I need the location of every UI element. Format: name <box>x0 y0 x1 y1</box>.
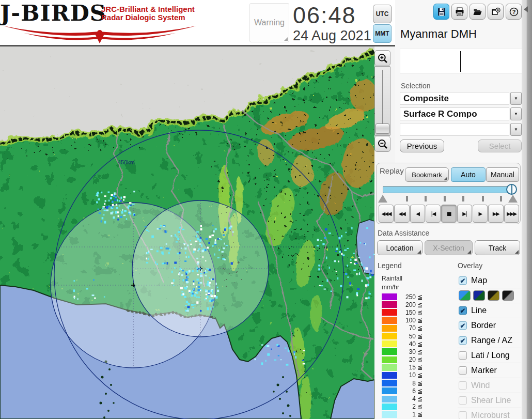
overlay-item-label: Lati / Long <box>471 351 510 360</box>
zoom-slider-handle[interactable] <box>375 123 389 134</box>
x-section-button[interactable]: X-Section <box>425 240 473 255</box>
step-forward-button[interactable]: ▶| <box>457 205 472 223</box>
play-button[interactable]: ▶ <box>473 205 488 223</box>
checkbox-lati-long[interactable] <box>459 351 467 360</box>
overlay-item-line[interactable]: ✔Line <box>458 303 521 318</box>
checkbox-shear-line[interactable] <box>459 396 467 405</box>
app-header: J-BIRDS JRC-Brilliant & Intelligent Rada… <box>0 0 395 45</box>
slider-handle[interactable] <box>506 184 517 195</box>
zoom-in-icon <box>377 53 388 64</box>
stop-button[interactable]: ■ <box>441 205 456 223</box>
legend-value: 15 <box>397 364 416 371</box>
map-style-black-gray-swatch[interactable] <box>502 290 514 301</box>
overlay-item-lati-long[interactable]: Lati / Long <box>458 348 521 363</box>
zoom-out-icon <box>377 138 388 150</box>
playback-controls: ◀◀◀◀◀◀|◀■▶|▶▶▶▶▶▶ <box>379 205 519 223</box>
legend-value: 30 <box>397 348 416 355</box>
legend-value: 200 <box>397 301 416 308</box>
forward-fast-button[interactable]: ▶▶▶ <box>504 205 519 223</box>
zoom-out-button[interactable] <box>374 136 390 152</box>
play-reverse-button[interactable]: ◀ <box>410 205 425 223</box>
rewind-button[interactable]: ◀◀ <box>394 205 409 223</box>
manual-mode-button[interactable]: Manual <box>486 167 519 182</box>
checkbox-border[interactable]: ✔ <box>459 321 467 330</box>
track-button[interactable]: Track <box>475 240 520 255</box>
overlay-item-marker[interactable]: Marker <box>458 363 521 378</box>
previous-button[interactable]: Previous <box>400 139 444 152</box>
location-button[interactable]: Location <box>377 240 423 255</box>
dropdown-value: Composite <box>400 92 509 105</box>
checkbox-microburst[interactable] <box>459 411 467 419</box>
legend-comparator: ≦ <box>417 387 423 395</box>
checkbox-map[interactable]: ✔ <box>459 276 467 285</box>
map-style-black-olive-swatch[interactable] <box>488 290 499 301</box>
checkbox-range-az[interactable]: ✔ <box>459 336 467 345</box>
radar-map[interactable]: 450km <box>0 46 374 419</box>
legend-comparator: ≦ <box>417 403 423 410</box>
auto-mode-button[interactable]: Auto <box>451 167 486 182</box>
overlay-item-label: Marker <box>471 366 497 375</box>
overlay-item-range-az[interactable]: ✔Range / AZ <box>458 333 521 348</box>
panel-splitter[interactable] <box>522 0 532 419</box>
legend-color-swatch <box>382 340 397 347</box>
chevron-down-icon[interactable]: ▼ <box>510 92 522 105</box>
overlay-item-border[interactable]: ✔Border <box>458 318 521 333</box>
slider-tick <box>425 196 427 201</box>
legend-comparator: ≦ <box>417 411 423 418</box>
step-back-button[interactable]: |◀ <box>426 205 441 223</box>
legend-color-swatch <box>382 333 397 339</box>
legend-row: 100≦ <box>378 317 455 324</box>
legend-color-swatch <box>382 372 397 379</box>
range-end-marker[interactable] <box>508 195 518 203</box>
legend-comparator: ≦ <box>417 340 423 348</box>
replay-panel: Replay Bookmark Auto Manual ◀◀◀◀◀◀|◀■▶|▶… <box>376 163 521 224</box>
checkbox-marker[interactable] <box>459 366 467 375</box>
warning-button[interactable]: Warning <box>249 3 289 42</box>
legend-comparator: ≦ <box>417 364 423 371</box>
map-zoom-control <box>374 50 391 153</box>
resize-corner-icon <box>417 250 421 254</box>
forward-button[interactable]: ▶▶ <box>488 205 503 223</box>
help-button[interactable]: ? <box>506 4 522 20</box>
checkbox-wind[interactable] <box>459 381 467 390</box>
legend-value: 50 <box>397 333 416 340</box>
control-panel-lower: Replay Bookmark Auto Manual ◀◀◀◀◀◀|◀■▶|▶… <box>374 163 522 419</box>
chevron-down-icon[interactable]: ▼ <box>510 123 522 136</box>
map-style-blue-green-swatch[interactable] <box>459 290 471 301</box>
open-folder-button[interactable] <box>470 4 486 20</box>
collapse-panel-icon[interactable] <box>524 6 528 12</box>
slider-tick <box>444 196 446 201</box>
zoom-slider-track[interactable] <box>374 66 390 136</box>
replay-progress-slider[interactable] <box>383 186 513 193</box>
print-button[interactable] <box>451 4 467 20</box>
timezone-mmt-button[interactable]: MMT <box>373 24 392 43</box>
legend-row: 200≦ <box>378 301 455 308</box>
overlay-section: Overlay ✔Map✔Line✔Border✔Range / AZLati … <box>458 261 521 419</box>
chevron-down-icon[interactable]: ▼ <box>510 107 522 120</box>
slider-tick <box>462 196 464 201</box>
overlay-item-map[interactable]: ✔Map <box>458 273 521 288</box>
overlay-item-shear-line[interactable]: Shear Line <box>458 393 521 408</box>
legend-color-swatch <box>382 317 397 324</box>
checkbox-line[interactable]: ✔ <box>459 306 467 315</box>
add-window-button[interactable] <box>488 4 504 20</box>
range-start-marker[interactable] <box>378 195 387 203</box>
overlay-item-microburst[interactable]: Microburst <box>458 408 521 419</box>
timezone-utc-button[interactable]: UTC <box>373 5 392 23</box>
save-button[interactable] <box>433 4 449 20</box>
rewind-fast-button[interactable]: ◀◀◀ <box>379 205 394 223</box>
status-display-box <box>400 49 522 74</box>
zoom-in-button[interactable] <box>374 50 390 66</box>
legend-comparator: ≦ <box>417 356 423 363</box>
map-style-navy-darkgreen-swatch[interactable] <box>473 290 485 301</box>
legend-color-swatch <box>382 293 397 300</box>
legend-row: 250≦ <box>378 293 455 301</box>
bookmark-button[interactable]: Bookmark <box>405 167 449 182</box>
legend-comparator: ≦ <box>417 371 423 379</box>
select-button[interactable]: Select <box>478 139 522 152</box>
overlay-item-wind[interactable]: Wind <box>458 378 521 393</box>
resize-corner-icon <box>284 37 288 41</box>
overlay-item-label: Map <box>471 276 487 285</box>
add-window-icon <box>491 7 500 17</box>
overlay-checkbox-list: ✔Map✔Line✔Border✔Range / AZLati / LongMa… <box>458 273 521 419</box>
